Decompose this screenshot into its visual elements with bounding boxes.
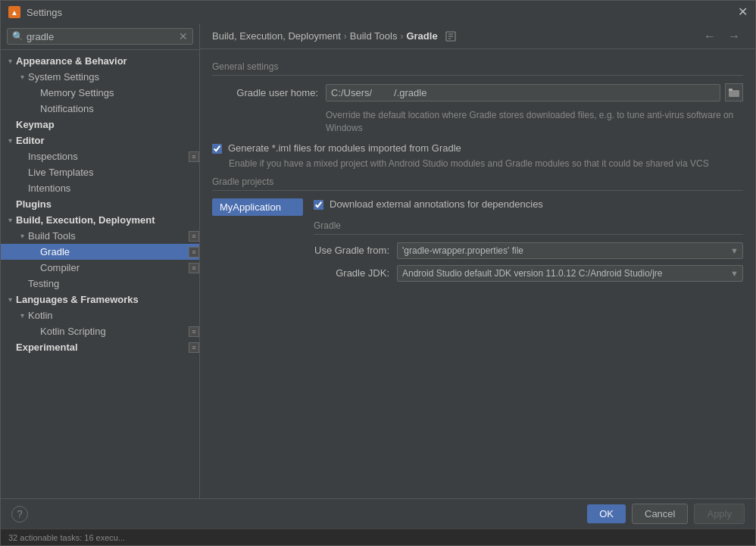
breadcrumb-item-0: Build, Execution, Deployment — [212, 30, 341, 42]
tree-arrow-kotlin: ▾ — [16, 311, 28, 320]
svg-rect-5 — [729, 89, 733, 91]
sidebar-item-languages-frameworks[interactable]: ▾Languages & Frameworks — [1, 292, 199, 307]
settings-window: ▲ Settings ✕ 🔍 ✕ ▾Appearance & Behavior▾… — [0, 0, 756, 546]
use-gradle-row: Use Gradle from: 'gradle-wrapper.propert… — [314, 242, 743, 259]
download-annotations-row: Download external annotations for depend… — [314, 198, 743, 210]
titlebar-left: ▲ Settings — [8, 6, 62, 18]
tree-label-editor: Editor — [16, 134, 199, 147]
search-input-wrap: 🔍 ✕ — [7, 28, 193, 45]
tree-arrow-editor: ▾ — [4, 136, 16, 145]
tree-badge-compiler: ≡ — [189, 263, 199, 273]
search-icon: 🔍 — [12, 31, 23, 42]
ok-button[interactable]: OK — [587, 504, 626, 523]
sidebar-item-system-settings[interactable]: ▾System Settings — [1, 69, 199, 85]
breadcrumb-sep-0: › — [344, 31, 347, 42]
sidebar-item-memory-settings[interactable]: Memory Settings — [1, 85, 199, 101]
sidebar-item-build-exec-deploy[interactable]: ▾Build, Execution, Deployment — [1, 212, 199, 228]
svg-rect-4 — [729, 90, 739, 97]
search-box: 🔍 ✕ — [1, 23, 199, 50]
projects-list: MyApplication — [212, 198, 303, 288]
sidebar-item-compiler[interactable]: Compiler≡ — [1, 260, 199, 276]
gradle-jdk-row: Gradle JDK: Android Studio default JDK v… — [314, 265, 743, 282]
gradle-home-field — [326, 83, 743, 101]
generate-iml-hint: Enable if you have a mixed project with … — [229, 158, 743, 169]
tree-label-appearance-behavior: Appearance & Behavior — [16, 55, 199, 67]
sidebar-item-kotlin-scripting[interactable]: Kotlin Scripting≡ — [1, 323, 199, 339]
sidebar-item-intentions[interactable]: Intentions — [1, 180, 199, 196]
sidebar-item-inspections[interactable]: Inspections≡ — [1, 148, 199, 164]
sidebar-item-editor[interactable]: ▾Editor — [1, 133, 199, 148]
gradle-jdk-label: Gradle JDK: — [314, 267, 389, 279]
sidebar-item-plugins[interactable]: Plugins — [1, 196, 199, 212]
app-icon: ▲ — [8, 6, 20, 18]
gradle-jdk-select[interactable]: Android Studio default JDK version 11.0.… — [397, 265, 743, 282]
tree-label-build-exec-deploy: Build, Execution, Deployment — [16, 214, 199, 226]
breadcrumb-sep-1: › — [400, 31, 403, 42]
tree-label-plugins: Plugins — [16, 198, 199, 211]
general-section-label: General settings — [212, 61, 743, 76]
gradle-jdk-select-wrap: Android Studio default JDK version 11.0.… — [397, 265, 743, 282]
back-button[interactable]: ← — [701, 28, 719, 45]
breadcrumb-bar: Build, Execution, Deployment › Build Too… — [200, 23, 755, 49]
use-gradle-select-wrap: 'gradle-wrapper.properties' file Local i… — [397, 242, 743, 259]
tree-label-system-settings: System Settings — [28, 70, 199, 83]
forward-button[interactable]: → — [725, 28, 743, 45]
sidebar-item-build-tools[interactable]: ▾Build Tools≡ — [1, 228, 199, 244]
use-gradle-label: Use Gradle from: — [314, 245, 389, 256]
tree-badge-inspections: ≡ — [189, 151, 199, 162]
tree-arrow-languages-frameworks: ▾ — [4, 295, 16, 304]
titlebar: ▲ Settings ✕ — [1, 1, 755, 23]
breadcrumb-actions: ← → — [701, 28, 743, 45]
breadcrumb-item-1: Build Tools — [350, 30, 398, 42]
sidebar-item-testing[interactable]: Testing — [1, 276, 199, 292]
tree-label-kotlin-scripting: Kotlin Scripting — [40, 325, 189, 338]
use-gradle-select[interactable]: 'gradle-wrapper.properties' file Local i… — [397, 242, 743, 259]
main-content: 🔍 ✕ ▾Appearance & Behavior▾System Settin… — [1, 23, 755, 498]
status-bar: 32 actionable tasks: 16 execu... — [1, 529, 755, 545]
bottom-bar: ? OK Cancel Apply — [1, 498, 755, 529]
tree-label-build-tools: Build Tools — [28, 229, 189, 242]
breadcrumb-config-icon — [445, 31, 456, 42]
tree-label-notifications: Notifications — [40, 102, 199, 115]
tree-label-memory-settings: Memory Settings — [40, 86, 199, 99]
tree-arrow-build-tools: ▾ — [16, 232, 28, 240]
search-input[interactable] — [27, 31, 176, 42]
tree-badge-gradle: ≡ — [189, 247, 199, 257]
generate-iml-checkbox[interactable] — [212, 144, 222, 154]
tree-badge-experimental: ≡ — [189, 342, 199, 353]
sidebar-item-appearance-behavior[interactable]: ▾Appearance & Behavior — [1, 53, 199, 69]
close-button[interactable]: ✕ — [738, 6, 748, 18]
gradle-jdk-field: Android Studio default JDK version 11.0.… — [397, 265, 743, 282]
sidebar-item-gradle[interactable]: Gradle≡ — [1, 244, 199, 260]
tree-label-inspections: Inspections — [28, 150, 189, 163]
tree-arrow-system-settings: ▾ — [16, 73, 28, 81]
status-text: 32 actionable tasks: 16 execu... — [8, 533, 125, 542]
settings-tree: ▾Appearance & Behavior▾System SettingsMe… — [1, 50, 199, 498]
sidebar-item-kotlin[interactable]: ▾Kotlin — [1, 307, 199, 323]
project-item-myapp[interactable]: MyApplication — [212, 198, 303, 216]
apply-button[interactable]: Apply — [694, 504, 745, 524]
generate-iml-row: Generate *.iml files for modules importe… — [212, 142, 743, 154]
sidebar-item-live-templates[interactable]: Live Templates — [1, 164, 199, 180]
gradle-subsection: Gradle Use Gradle from: 'gradle-wrapper.… — [314, 220, 743, 282]
gradle-home-label: Gradle user home: — [212, 87, 318, 98]
sidebar-item-notifications[interactable]: Notifications — [1, 101, 199, 117]
search-clear-icon[interactable]: ✕ — [179, 30, 188, 42]
tree-label-testing: Testing — [28, 277, 199, 290]
help-button[interactable]: ? — [11, 506, 28, 523]
use-gradle-field: 'gradle-wrapper.properties' file Local i… — [397, 242, 743, 259]
folder-browse-button[interactable] — [725, 83, 743, 101]
tree-label-experimental: Experimental — [16, 341, 189, 354]
sidebar-item-keymap[interactable]: Keymap — [1, 117, 199, 133]
download-annotations-label[interactable]: Download external annotations for depend… — [330, 198, 543, 210]
tree-label-keymap: Keymap — [16, 118, 199, 131]
generate-iml-label[interactable]: Generate *.iml files for modules importe… — [228, 142, 461, 154]
gradle-home-input[interactable] — [326, 84, 720, 101]
download-annotations-checkbox[interactable] — [314, 200, 323, 210]
sidebar-item-experimental[interactable]: Experimental≡ — [1, 339, 199, 355]
breadcrumb: Build, Execution, Deployment › Build Too… — [212, 30, 456, 42]
projects-gradle-wrap: MyApplication Download external annotati… — [212, 198, 743, 288]
tree-badge-kotlin-scripting: ≡ — [189, 326, 199, 337]
cancel-button[interactable]: Cancel — [632, 504, 688, 524]
gradle-home-row: Gradle user home: — [212, 83, 743, 101]
